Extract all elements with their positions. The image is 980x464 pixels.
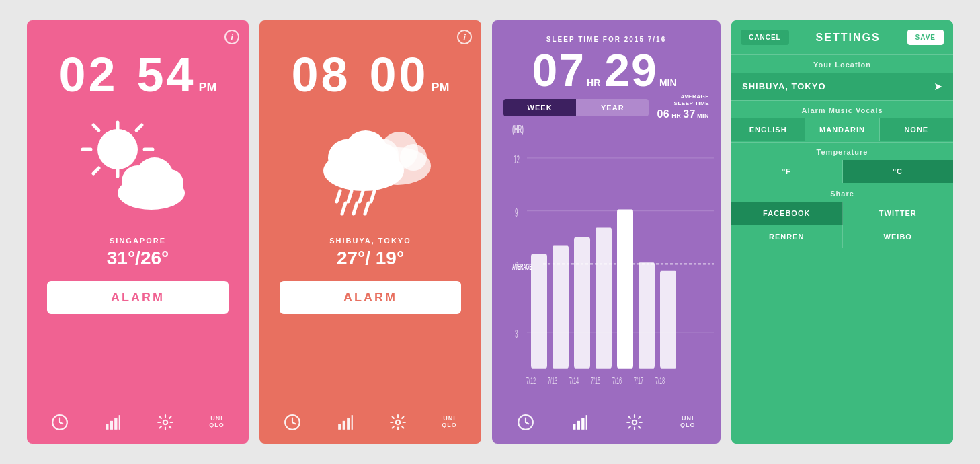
sleep-hours: 07 [532, 47, 585, 93]
svg-line-31 [360, 191, 363, 202]
svg-rect-56 [553, 245, 569, 368]
year-button[interactable]: YEAR [576, 99, 649, 116]
sleep-min-unit: MIN [659, 77, 677, 88]
cancel-button[interactable]: CANCEL [741, 30, 789, 45]
nav-chart-3[interactable] [571, 414, 589, 431]
settings-title: SETTINGS [816, 32, 881, 44]
location-arrow-icon: ➤ [934, 80, 942, 93]
settings-header: CANCEL SETTINGS SAVE [731, 20, 953, 54]
fahrenheit-button[interactable]: °F [731, 160, 843, 183]
svg-text:9: 9 [515, 206, 518, 219]
svg-text:3: 3 [515, 327, 518, 340]
svg-text:7/18: 7/18 [655, 374, 665, 386]
time-ampm-2: PM [432, 81, 450, 95]
sleep-chart: (HR) 12 9 AVERAGE 6 3 [492, 122, 721, 444]
app-container: i 02 54 PM [0, 0, 980, 464]
nav-clock[interactable] [51, 414, 69, 431]
location-row[interactable]: SHIBUYA, TOKYO ➤ [731, 73, 953, 100]
nav-settings[interactable] [157, 414, 174, 431]
svg-text:7/16: 7/16 [612, 374, 622, 386]
svg-rect-18 [114, 418, 117, 429]
svg-text:12: 12 [514, 153, 520, 165]
svg-rect-17 [110, 420, 112, 429]
svg-line-29 [337, 191, 340, 202]
twitter-button[interactable]: TWITTER [843, 202, 954, 225]
svg-rect-39 [338, 424, 341, 430]
svg-text:6: 6 [515, 259, 518, 272]
svg-rect-59 [617, 209, 633, 368]
bottom-nav-3: UNIQLO [492, 400, 721, 444]
svg-line-35 [365, 203, 368, 214]
svg-point-76 [632, 420, 637, 424]
svg-point-43 [396, 420, 401, 424]
svg-point-8 [97, 129, 138, 169]
nav-chart[interactable] [104, 414, 122, 431]
svg-point-12 [157, 169, 183, 196]
screen-2-weather-salmon: i 08 00 PM [259, 20, 481, 444]
screen-3-sleep: SLEEP TIME FOR 2015 7/16 07 HR 29 MIN WE… [492, 20, 721, 444]
svg-rect-73 [577, 420, 580, 429]
renren-button[interactable]: RENREN [731, 225, 843, 248]
none-button[interactable]: NONE [880, 118, 953, 141]
uniqlo-label-3: UNIQLO [680, 416, 696, 429]
svg-rect-72 [573, 424, 575, 430]
nav-chart-2[interactable] [337, 414, 354, 431]
svg-rect-19 [118, 415, 120, 430]
alarm-button-2[interactable]: ALARM [280, 281, 462, 314]
city-name: SINGAPORE [110, 237, 166, 245]
svg-text:7/12: 7/12 [526, 374, 536, 386]
avg-sleep-display: AVERAGESLEEP TIME 06 HR 37 MIN [657, 93, 709, 122]
svg-line-71 [526, 422, 528, 424]
week-year-selector: WEEK YEAR [503, 99, 649, 116]
save-button[interactable]: SAVE [907, 30, 944, 45]
svg-rect-16 [106, 424, 108, 430]
english-button[interactable]: ENGLISH [731, 118, 805, 141]
time-minutes: 54 [137, 50, 196, 99]
time-hours-2: 08 [291, 50, 350, 99]
svg-rect-55 [531, 254, 547, 368]
svg-point-24 [400, 144, 427, 171]
nav-clock-2[interactable] [284, 414, 301, 431]
temperature-options: °F °C [731, 160, 953, 183]
info-icon-2[interactable]: i [457, 30, 472, 44]
svg-line-6 [93, 168, 99, 173]
temperature-label: Temperature [731, 143, 953, 160]
rain-cloud-icon [303, 116, 438, 223]
svg-rect-41 [347, 418, 350, 429]
screen-1-weather-pink: i 02 54 PM [27, 20, 249, 444]
share-label: Share [731, 184, 953, 202]
svg-line-38 [292, 422, 295, 424]
svg-rect-58 [596, 227, 612, 368]
avg-minutes: 37 [683, 108, 696, 122]
svg-rect-57 [574, 237, 590, 369]
svg-text:7/14: 7/14 [569, 374, 579, 386]
temperature-section: Temperature [731, 142, 953, 160]
chart-svg: (HR) 12 9 AVERAGE 6 3 [512, 122, 714, 400]
uniqlo-label: UNIQLO [209, 416, 224, 429]
alarm-music-options: ENGLISH MANDARIN NONE [731, 118, 953, 141]
facebook-button[interactable]: FACEBOOK [731, 202, 843, 225]
svg-line-5 [136, 125, 142, 130]
nav-clock-3[interactable] [517, 414, 534, 431]
nav-settings-3[interactable] [626, 414, 643, 431]
celsius-button[interactable]: °C [843, 160, 954, 183]
avg-min: MIN [697, 112, 709, 120]
location-section: Your Location [731, 54, 953, 73]
nav-uniqlo[interactable]: UNIQLO [209, 416, 224, 429]
location-value: SHIBUYA, TOKYO [742, 81, 826, 91]
weibo-button[interactable]: WEIBO [843, 225, 954, 248]
city-name-2: SHIBUYA, TOKYO [329, 237, 411, 245]
svg-point-28 [366, 143, 399, 176]
info-icon[interactable]: i [224, 30, 239, 44]
nav-settings-2[interactable] [389, 414, 407, 431]
week-button[interactable]: WEEK [503, 99, 576, 116]
svg-line-32 [371, 191, 374, 202]
week-year-row: WEEK YEAR AVERAGESLEEP TIME 06 HR 37 MIN [503, 93, 709, 122]
alarm-button[interactable]: ALARM [47, 281, 229, 314]
nav-uniqlo-3[interactable]: UNIQLO [680, 416, 696, 429]
nav-uniqlo-2[interactable]: UNIQLO [442, 416, 457, 429]
mandarin-button[interactable]: MANDARIN [805, 118, 879, 141]
time-hours: 02 [58, 50, 118, 99]
svg-line-15 [60, 422, 63, 424]
bottom-nav: UNIQLO [27, 400, 249, 444]
